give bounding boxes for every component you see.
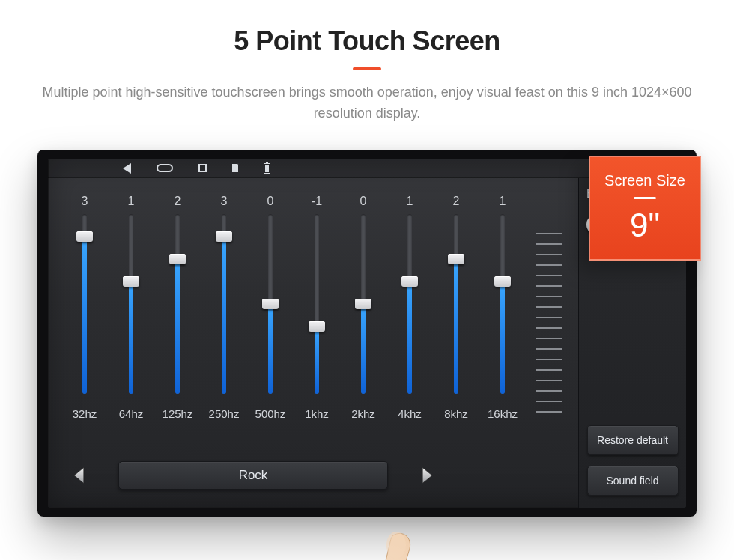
eq-slider-thumb[interactable]	[448, 254, 464, 264]
eq-slider-value: 1	[407, 195, 413, 211]
eq-slider-value: 0	[267, 195, 274, 211]
level-meter-tick	[536, 317, 562, 318]
eq-slider-track[interactable]	[361, 214, 366, 394]
eq-slider[interactable]: 332hz	[67, 195, 102, 431]
eq-slider-fill	[315, 326, 319, 394]
level-meter-tick	[536, 411, 562, 413]
level-meter-tick	[536, 327, 562, 329]
eq-slider-track[interactable]	[222, 214, 226, 394]
level-meter-tick	[536, 369, 562, 371]
back-icon[interactable]	[123, 163, 131, 174]
eq-slider-freq: 16khz	[488, 407, 518, 420]
eq-slider-thumb[interactable]	[123, 276, 139, 287]
eq-slider-value: 0	[360, 195, 367, 211]
screen-size-callout: Screen Size 9"	[589, 156, 701, 261]
preset-prev-button[interactable]	[67, 463, 91, 487]
eq-slider-thumb[interactable]	[169, 254, 186, 264]
level-meter-tick	[536, 296, 562, 297]
eq-slider-freq: 4khz	[398, 407, 422, 420]
page-subtitle: Multiple point high-sensitive touchscree…	[0, 82, 734, 124]
eq-slider[interactable]: 164hz	[114, 195, 148, 431]
title-accent-divider	[353, 67, 381, 70]
eq-slider-value: 2	[453, 195, 460, 211]
level-meter-tick	[536, 348, 562, 350]
level-meter-tick	[536, 264, 562, 266]
level-meter-tick	[536, 306, 562, 308]
sdcard-icon	[232, 164, 238, 172]
eq-slider[interactable]: 14khz	[392, 195, 427, 431]
eq-slider-track[interactable]	[82, 214, 87, 394]
eq-slider-fill	[407, 281, 412, 394]
level-meter	[532, 195, 566, 431]
level-meter-tick	[536, 275, 562, 276]
battery-icon	[264, 163, 270, 174]
eq-slider-value: 2	[175, 195, 181, 211]
eq-slider-freq: 64hz	[119, 407, 144, 420]
eq-slider-freq: 250hz	[209, 407, 240, 420]
level-meter-tick	[536, 390, 562, 392]
eq-slider-fill	[454, 259, 458, 394]
eq-slider-freq: 125hz	[163, 407, 193, 420]
eq-slider-freq: 32hz	[73, 407, 97, 420]
eq-slider-track[interactable]	[500, 214, 505, 394]
eq-slider-track[interactable]	[454, 214, 458, 394]
eq-slider-track[interactable]	[407, 214, 412, 394]
home-icon[interactable]	[157, 164, 173, 172]
eq-slider-thumb[interactable]	[494, 276, 511, 287]
preset-next-button[interactable]	[415, 463, 439, 487]
eq-slider-fill	[129, 281, 133, 394]
callout-value: 9"	[630, 207, 660, 244]
eq-slider-thumb[interactable]	[262, 299, 279, 309]
callout-divider	[634, 197, 656, 199]
eq-slider[interactable]: 28khz	[439, 195, 473, 431]
eq-slider-track[interactable]	[268, 214, 273, 394]
eq-slider-fill	[500, 281, 505, 394]
eq-slider-freq: 8khz	[444, 407, 468, 420]
page-title: 5 Point Touch Screen	[0, 25, 734, 57]
equalizer-sliders: 332hz164hz2125hz3250hz0500hz-11khz02khz1…	[63, 184, 571, 431]
hand-illustration	[294, 529, 488, 560]
restore-default-button[interactable]: Restore default	[587, 425, 679, 455]
eq-slider-thumb[interactable]	[216, 231, 232, 242]
eq-slider[interactable]: 116khz	[485, 195, 520, 431]
eq-slider-thumb[interactable]	[76, 231, 93, 242]
eq-slider-value: 1	[128, 195, 135, 211]
eq-slider-fill	[82, 237, 87, 394]
eq-slider-track[interactable]	[175, 214, 180, 394]
eq-slider-freq: 2khz	[351, 407, 375, 420]
eq-slider[interactable]: -11khz	[300, 195, 334, 431]
sound-field-button[interactable]: Sound field	[587, 466, 679, 496]
recents-icon[interactable]	[198, 164, 207, 172]
level-meter-tick	[536, 243, 562, 245]
level-meter-tick	[536, 285, 562, 287]
eq-slider-fill	[361, 304, 366, 394]
eq-slider-fill	[175, 259, 180, 394]
svg-point-0	[386, 532, 406, 559]
level-meter-tick	[536, 233, 562, 234]
eq-slider-value: 3	[221, 195, 228, 211]
eq-slider-track[interactable]	[129, 214, 133, 394]
eq-slider[interactable]: 02khz	[346, 195, 380, 431]
eq-slider-fill	[222, 237, 226, 394]
level-meter-tick	[536, 338, 562, 339]
eq-slider-value: -1	[312, 195, 322, 211]
eq-slider-value: 3	[82, 195, 88, 211]
callout-label: Screen Size	[604, 172, 685, 189]
eq-slider[interactable]: 3250hz	[207, 195, 241, 431]
eq-slider-freq: 500hz	[255, 407, 286, 420]
eq-slider[interactable]: 0500hz	[253, 195, 288, 431]
eq-slider-fill	[268, 304, 273, 394]
eq-slider[interactable]: 2125hz	[160, 195, 195, 431]
eq-slider-freq: 1khz	[305, 407, 329, 420]
eq-slider-thumb[interactable]	[355, 299, 371, 309]
eq-slider-value: 1	[500, 195, 506, 211]
eq-slider-track[interactable]	[315, 214, 319, 394]
level-meter-tick	[536, 359, 562, 360]
level-meter-tick	[536, 380, 562, 381]
eq-slider-thumb[interactable]	[401, 276, 418, 287]
level-meter-tick	[536, 254, 562, 255]
eq-slider-thumb[interactable]	[309, 321, 325, 332]
preset-display[interactable]: Rock	[118, 461, 388, 490]
level-meter-tick	[536, 401, 562, 402]
